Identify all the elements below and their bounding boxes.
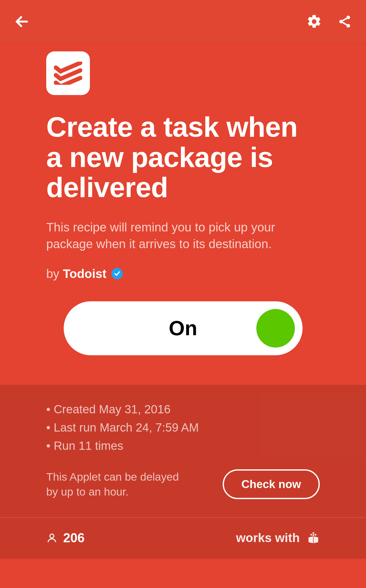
share-button[interactable] (337, 14, 352, 29)
todoist-icon (54, 62, 82, 85)
footer-bar: 206 works with (0, 517, 366, 559)
applet-title: Create a task when a new package is deli… (46, 112, 320, 202)
gear-icon (306, 14, 322, 30)
back-button[interactable] (14, 14, 30, 29)
arrow-left-icon (14, 14, 30, 29)
svg-point-4 (50, 534, 54, 538)
toggle-label: On (169, 316, 197, 340)
service-icon-todoist (46, 51, 90, 95)
author-name[interactable]: Todoist (63, 267, 107, 281)
top-bar (0, 0, 366, 44)
byline: by Todoist (46, 267, 320, 281)
applet-description: This recipe will remind you to pick up y… (46, 219, 320, 253)
verified-badge (111, 268, 123, 279)
slice-service-icon (307, 531, 320, 544)
works-with[interactable]: works with (236, 531, 320, 545)
delay-text: This Applet can be delayed by up to an h… (46, 469, 190, 499)
share-icon (337, 14, 352, 29)
check-now-button[interactable]: Check now (223, 469, 320, 499)
svg-point-7 (315, 534, 316, 536)
svg-point-6 (310, 534, 312, 536)
svg-point-8 (313, 534, 314, 536)
meta-created: Created May 31, 2016 (46, 400, 320, 418)
user-count: 206 (63, 530, 85, 545)
by-label: by (46, 267, 59, 281)
toggle-knob (256, 309, 295, 348)
applet-toggle[interactable]: On (64, 301, 303, 355)
meta-last-run: Last run March 24, 7:59 AM (46, 418, 320, 437)
works-with-label: works with (236, 531, 300, 545)
meta-list: Created May 31, 2016 Last run March 24, … (46, 400, 320, 455)
svg-point-2 (339, 20, 343, 23)
applet-meta: Created May 31, 2016 Last run March 24, … (0, 385, 366, 517)
svg-point-1 (346, 16, 350, 19)
user-icon (46, 532, 58, 544)
user-count-group: 206 (46, 530, 85, 545)
meta-run-count: Run 11 times (46, 437, 320, 455)
check-icon (114, 270, 120, 277)
svg-point-3 (346, 24, 350, 27)
settings-button[interactable] (306, 14, 322, 30)
applet-detail: Create a task when a new package is deli… (0, 44, 366, 355)
svg-point-5 (313, 532, 314, 534)
